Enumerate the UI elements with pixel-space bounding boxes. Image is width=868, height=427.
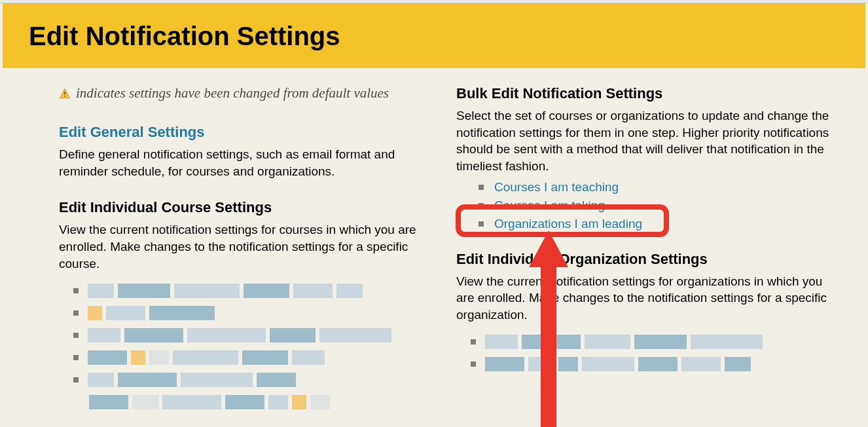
bulk-edit-heading: Bulk Edit Notification Settings [456, 85, 834, 102]
option-orgs-leading[interactable]: Organizations I am leading [479, 217, 834, 231]
page-header: Edit Notification Settings [3, 3, 865, 68]
option-courses-taking[interactable]: Courses I am taking [479, 198, 834, 213]
option-label: Courses I am teaching [494, 180, 619, 195]
course-list-redacted [59, 284, 437, 409]
option-label: Courses I am taking [494, 198, 605, 213]
bulk-edit-desc: Select the set of courses or organizatio… [456, 107, 834, 175]
left-column: indicates settings have been changed fro… [59, 85, 437, 417]
individual-org-desc: View the current notification settings f… [456, 273, 834, 324]
warning-icon [59, 88, 71, 100]
individual-course-desc: View the current notification settings f… [59, 221, 437, 272]
list-item [73, 373, 437, 387]
content-area: indicates settings have been changed fro… [0, 68, 868, 417]
bulk-edit-options: Courses I am teaching Courses I am takin… [479, 180, 834, 231]
bullet-icon [479, 221, 484, 227]
bullet-icon [479, 185, 484, 190]
list-item [73, 350, 437, 365]
changed-settings-legend: indicates settings have been changed fro… [59, 85, 437, 102]
svg-rect-1 [64, 92, 65, 95]
list-item [73, 306, 437, 320]
individual-org-heading: Edit Individual Organization Settings [456, 251, 834, 268]
right-column: Bulk Edit Notification Settings Select t… [456, 85, 834, 417]
list-item [471, 357, 834, 371]
edit-general-settings-link[interactable]: Edit General Settings [59, 124, 437, 141]
option-courses-teaching[interactable]: Courses I am teaching [479, 180, 834, 195]
list-item [73, 284, 437, 298]
page-title: Edit Notification Settings [29, 22, 839, 51]
list-item [73, 395, 437, 409]
option-label: Organizations I am leading [494, 217, 642, 231]
list-item [73, 328, 437, 343]
svg-rect-2 [64, 96, 65, 97]
list-item [471, 335, 834, 349]
legend-text: indicates settings have been changed fro… [76, 85, 389, 102]
general-settings-desc: Define general notification settings, su… [59, 146, 437, 179]
bullet-icon [479, 203, 484, 208]
individual-course-heading: Edit Individual Course Settings [59, 199, 437, 216]
org-list-redacted [456, 335, 834, 371]
